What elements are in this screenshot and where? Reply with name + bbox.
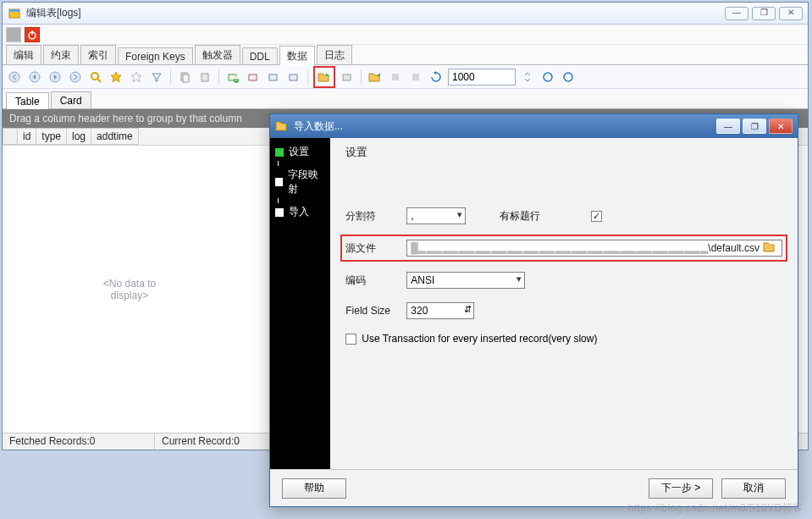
svg-rect-22 (392, 74, 399, 80)
row-field-size: Field Size 320 (345, 302, 782, 319)
col-addtime[interactable]: addtime (91, 128, 139, 145)
import-dialog: 导入数据... — ❐ ✕ 设置 字段映射 导入 设置 分 (269, 113, 798, 507)
label-separator: 分割符 (345, 209, 406, 224)
add-row-icon[interactable]: + (224, 69, 241, 86)
nav-step-import[interactable]: 导入 (273, 203, 327, 221)
maximize-button[interactable]: ❐ (752, 7, 776, 20)
blurred-path: █▂▂▂▂▂▂▂▂▂▂▂▂▂▂▂▂▂▂▂▂▂▂▂▂▂▂▂▂▂▂▂▂▂▂▂▂ (411, 242, 708, 254)
dialog-body: 设置 字段映射 导入 设置 分割符 , 有标题行 (270, 138, 798, 469)
svg-text:+: + (233, 73, 239, 83)
next-button[interactable]: 下一步 > (649, 478, 713, 499)
nav-step-settings[interactable]: 设置 (273, 143, 327, 161)
separator (307, 69, 308, 85)
power-button[interactable] (25, 27, 40, 42)
encoding-select[interactable]: ANSI (406, 272, 525, 289)
paste-icon[interactable] (196, 69, 213, 86)
dlg-close-button[interactable]: ✕ (769, 119, 793, 134)
tab-trigger[interactable]: 触发器 (195, 45, 240, 64)
main-title: 编辑表[logs] (26, 6, 725, 20)
svg-point-4 (9, 72, 19, 82)
viewtab-table[interactable]: Table (6, 92, 49, 109)
export-icon[interactable] (339, 69, 356, 86)
nav-first-icon[interactable] (6, 69, 23, 86)
data-toolbar: + 1000 (3, 65, 808, 89)
svg-marker-11 (131, 72, 141, 82)
step-dot-active-icon (275, 148, 284, 157)
help-button[interactable]: 帮助 (282, 478, 346, 499)
copy-icon[interactable] (176, 69, 193, 86)
edit-row-icon[interactable] (265, 69, 282, 86)
tab-foreign-keys[interactable]: Foreign Keys (118, 47, 193, 64)
dialog-titlebar[interactable]: 导入数据... — ❐ ✕ (270, 114, 798, 138)
search-icon[interactable] (87, 69, 104, 86)
export2-icon[interactable] (367, 69, 384, 86)
separator-select[interactable]: , (406, 207, 466, 224)
svg-rect-21 (343, 75, 351, 80)
tab-ddl[interactable]: DDL (242, 47, 278, 64)
empty-line1: <No data to (53, 278, 206, 290)
step-dot-icon (275, 178, 283, 186)
nav-last-icon[interactable] (67, 69, 84, 86)
cancel-button[interactable]: 取消 (721, 478, 786, 499)
label-header-row: 有标题行 (500, 209, 540, 224)
delete-row-icon[interactable] (245, 69, 262, 86)
filter-icon[interactable] (148, 69, 165, 86)
col-type[interactable]: type (36, 128, 67, 145)
svg-rect-1 (9, 9, 19, 12)
star-icon[interactable] (108, 69, 124, 86)
nav-next-icon[interactable] (47, 69, 64, 86)
reload2-icon[interactable] (560, 69, 577, 86)
commit-icon[interactable] (387, 69, 404, 86)
field-size-input[interactable]: 320 (406, 302, 474, 319)
nav-step-mapping[interactable]: 字段映射 (273, 166, 327, 198)
app-icon (8, 7, 21, 20)
svg-point-8 (91, 73, 98, 80)
svg-marker-10 (111, 72, 121, 82)
source-file-input[interactable]: █▂▂▂▂▂▂▂▂▂▂▂▂▂▂▂▂▂▂▂▂▂▂▂▂▂▂▂▂▂▂▂▂▂▂▂▂ \d… (406, 240, 782, 257)
transaction-checkbox[interactable] (345, 334, 356, 345)
row-encoding: 编码 ANSI (345, 272, 782, 289)
spin-up-icon[interactable] (519, 69, 536, 86)
tab-edit[interactable]: 编辑 (6, 45, 41, 64)
svg-rect-18 (249, 75, 257, 80)
svg-rect-19 (269, 75, 277, 80)
empty-line2: display> (53, 290, 206, 301)
dialog-heading: 设置 (345, 145, 782, 175)
col-id[interactable]: id (18, 128, 36, 145)
separator (170, 69, 171, 85)
close-button[interactable]: ✕ (779, 7, 803, 20)
label-source-file: 源文件 (345, 241, 406, 256)
rollback-icon[interactable] (407, 69, 424, 86)
svg-rect-13 (183, 75, 189, 82)
import-icon[interactable] (316, 69, 333, 86)
row-selector-header[interactable] (3, 128, 18, 145)
watermark: https://blog.csdn.net/m0/510YD博客 (628, 501, 804, 516)
nav-prev-icon[interactable] (26, 69, 43, 86)
dlg-maximize-button[interactable]: ❐ (743, 119, 766, 134)
minimize-button[interactable]: — (725, 7, 748, 20)
step-dot-icon (275, 208, 284, 217)
browse-icon[interactable] (763, 241, 778, 255)
toggle-button[interactable] (6, 27, 21, 42)
reload-icon[interactable] (539, 69, 556, 86)
row-transaction: Use Transaction for every inserted recor… (345, 333, 782, 345)
dlg-minimize-button[interactable]: — (716, 119, 740, 134)
tab-log[interactable]: 日志 (317, 45, 352, 64)
separator (361, 69, 362, 85)
submit-icon[interactable] (285, 69, 302, 86)
header-checkbox[interactable]: ✓ (591, 211, 602, 222)
dialog-title: 导入数据... (294, 119, 714, 134)
tab-index[interactable]: 索引 (80, 45, 116, 64)
refresh-icon[interactable] (428, 69, 445, 86)
tab-data[interactable]: 数据 (279, 46, 315, 65)
separator-value: , (411, 210, 413, 222)
tab-constraint[interactable]: 约束 (43, 45, 79, 64)
viewtab-card[interactable]: Card (51, 91, 91, 108)
quick-toolbar (3, 25, 808, 45)
svg-point-7 (70, 72, 80, 82)
rows-input[interactable]: 1000 (448, 69, 516, 86)
col-log[interactable]: log (67, 128, 91, 145)
star-outline-icon[interactable] (128, 69, 145, 86)
field-size-value: 320 (411, 305, 428, 317)
import-highlight (313, 66, 335, 88)
